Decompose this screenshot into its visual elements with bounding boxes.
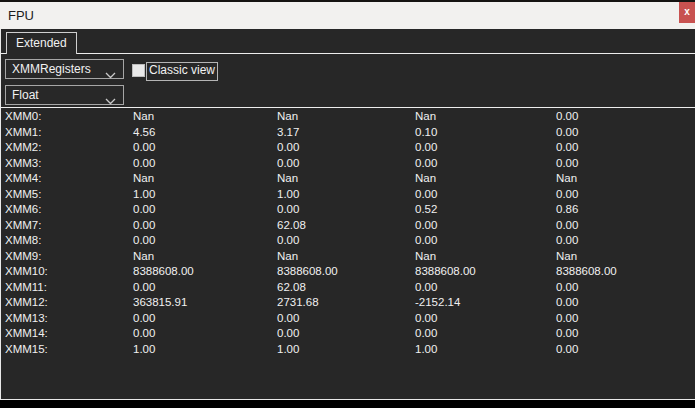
register-value: 0.86 xyxy=(556,202,578,218)
register-name: XMM1: xyxy=(5,125,41,141)
register-value: 0.10 xyxy=(415,125,437,141)
register-value: 2731.68 xyxy=(277,295,319,311)
register-value: 0.00 xyxy=(133,140,155,156)
register-value: 62.08 xyxy=(277,280,306,296)
titlebar[interactable]: FPU xyxy=(0,2,695,29)
register-value: Nan xyxy=(277,109,298,125)
register-value: 0.00 xyxy=(556,109,578,125)
table-row: XMM7:0.0062.080.000.00 xyxy=(1,218,695,234)
register-table-body[interactable]: XMM0:NanNanNan0.00XMM1:4.563.170.100.00X… xyxy=(1,109,695,399)
register-value: 0.00 xyxy=(415,156,437,172)
register-value: 0.00 xyxy=(556,295,578,311)
register-value: 1.00 xyxy=(133,342,155,358)
table-top-border xyxy=(1,107,695,108)
register-value: 0.00 xyxy=(133,156,155,172)
register-name: XMM5: xyxy=(5,187,41,203)
window-title: FPU xyxy=(8,2,34,29)
register-value: 3.17 xyxy=(277,125,299,141)
register-value: 0.00 xyxy=(556,280,578,296)
register-name: XMM4: xyxy=(5,171,41,187)
table-row: XMM2:0.000.000.000.00 xyxy=(1,140,695,156)
table-row: XMM13:0.000.000.000.00 xyxy=(1,311,695,327)
register-value: 0.00 xyxy=(556,140,578,156)
register-value: 0.00 xyxy=(556,326,578,342)
register-value: 0.00 xyxy=(556,218,578,234)
register-value: 62.08 xyxy=(277,218,306,234)
fpu-window-body: Extended XMMRegisters Classic view Float… xyxy=(0,29,695,400)
register-name: XMM14: xyxy=(5,326,48,342)
register-value: 0.00 xyxy=(415,233,437,249)
tab-label: Extended xyxy=(16,36,67,50)
register-value: 1.00 xyxy=(277,342,299,358)
register-value: Nan xyxy=(415,249,436,265)
register-value: 0.00 xyxy=(277,140,299,156)
format-dropdown[interactable]: Float xyxy=(5,85,124,105)
register-value: 1.00 xyxy=(133,187,155,203)
register-value: 0.00 xyxy=(277,233,299,249)
register-value: 0.00 xyxy=(133,311,155,327)
register-name: XMM13: xyxy=(5,311,48,327)
table-row: XMM5:1.001.000.000.00 xyxy=(1,187,695,203)
register-value: 0.00 xyxy=(556,342,578,358)
register-name: XMM9: xyxy=(5,249,41,265)
register-value: 1.00 xyxy=(277,187,299,203)
table-row: XMM9:NanNanNanNan xyxy=(1,249,695,265)
register-value: 0.00 xyxy=(556,311,578,327)
register-value: Nan xyxy=(415,171,436,187)
register-name: XMM8: xyxy=(5,233,41,249)
register-value: 0.00 xyxy=(133,218,155,234)
register-value: 8388608.00 xyxy=(133,264,194,280)
table-row: XMM12:363815.912731.68-2152.140.00 xyxy=(1,295,695,311)
register-value: 4.56 xyxy=(133,125,155,141)
register-set-dropdown[interactable]: XMMRegisters xyxy=(5,59,124,79)
register-value: 0.00 xyxy=(556,233,578,249)
register-value: Nan xyxy=(277,171,298,187)
register-set-value: XMMRegisters xyxy=(12,62,91,76)
register-value: 363815.91 xyxy=(133,295,187,311)
chevron-down-icon xyxy=(105,66,116,84)
register-value: 0.00 xyxy=(556,156,578,172)
tab-pane-divider xyxy=(1,53,695,54)
register-value: 0.00 xyxy=(277,202,299,218)
register-value: 0.52 xyxy=(415,202,437,218)
table-row: XMM11:0.0062.080.000.00 xyxy=(1,280,695,296)
close-button[interactable]: x xyxy=(679,2,695,23)
register-value: 0.00 xyxy=(133,233,155,249)
register-value: 0.00 xyxy=(415,187,437,203)
register-name: XMM3: xyxy=(5,156,41,172)
register-value: 0.00 xyxy=(415,218,437,234)
register-value: 0.00 xyxy=(415,140,437,156)
register-value: 0.00 xyxy=(277,326,299,342)
register-value: 0.00 xyxy=(133,326,155,342)
register-name: XMM2: xyxy=(5,140,41,156)
table-row: XMM14:0.000.000.000.00 xyxy=(1,326,695,342)
register-value: 0.00 xyxy=(556,125,578,141)
register-value: 1.00 xyxy=(415,342,437,358)
register-value: Nan xyxy=(415,109,436,125)
register-value: 0.00 xyxy=(415,280,437,296)
register-name: XMM0: xyxy=(5,109,41,125)
register-value: Nan xyxy=(133,249,154,265)
register-name: XMM6: xyxy=(5,202,41,218)
classic-view-label[interactable]: Classic view xyxy=(146,62,218,81)
table-row: XMM15:1.001.001.000.00 xyxy=(1,342,695,358)
table-row: XMM3:0.000.000.000.00 xyxy=(1,156,695,172)
register-value: Nan xyxy=(556,171,577,187)
table-row: XMM8:0.000.000.000.00 xyxy=(1,233,695,249)
tab-extended[interactable]: Extended xyxy=(6,32,77,54)
register-value: 8388608.00 xyxy=(277,264,338,280)
format-value: Float xyxy=(12,88,39,102)
register-value: 0.00 xyxy=(277,311,299,327)
register-value: 0.00 xyxy=(415,311,437,327)
table-row: XMM0:NanNanNan0.00 xyxy=(1,109,695,125)
register-value: 0.00 xyxy=(133,202,155,218)
register-name: XMM7: xyxy=(5,218,41,234)
register-value: 8388608.00 xyxy=(415,264,476,280)
register-name: XMM12: xyxy=(5,295,48,311)
register-value: 0.00 xyxy=(415,326,437,342)
table-row: XMM1:4.563.170.100.00 xyxy=(1,125,695,141)
register-value: Nan xyxy=(133,171,154,187)
classic-view-checkbox[interactable] xyxy=(132,64,145,77)
table-row: XMM6:0.000.000.520.86 xyxy=(1,202,695,218)
table-row: XMM4:NanNanNanNan xyxy=(1,171,695,187)
